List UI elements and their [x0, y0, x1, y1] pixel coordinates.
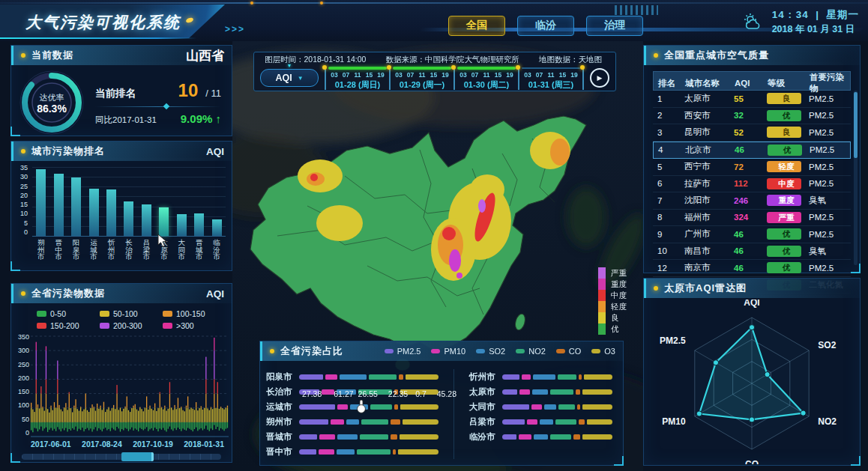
bar-segment-PM2.5[interactable] — [502, 434, 516, 440]
bar-segment-CO[interactable] — [394, 404, 398, 410]
bar-segment-SO2[interactable] — [540, 419, 552, 425]
bar-segment-PM2.5[interactable] — [502, 404, 529, 410]
bar-segment-CO[interactable] — [391, 434, 397, 440]
stacked-bar[interactable] — [299, 434, 438, 440]
table-row[interactable]: 9广州市46优PM2.5 — [653, 226, 851, 243]
timeline-day[interactable]: 030711151901-28 (周日) — [325, 66, 389, 90]
table-row[interactable]: 5西宁市72轻度PM2.5 — [653, 159, 851, 176]
aqi-bar[interactable] — [54, 174, 64, 236]
bar-segment-O3[interactable] — [587, 419, 612, 425]
bar-segment-O3[interactable] — [406, 374, 438, 380]
bar-segment-SO2[interactable] — [533, 374, 555, 380]
timeline-day[interactable]: 030711151901-31 (周三) — [518, 66, 582, 90]
stacked-bar[interactable] — [299, 404, 438, 410]
stacked-bar[interactable] — [502, 389, 612, 395]
bar-segment-CO[interactable] — [579, 374, 582, 380]
bar-segment-SO2[interactable] — [340, 374, 367, 380]
bar-segment-CO[interactable] — [393, 449, 395, 455]
aqi-bar[interactable] — [159, 207, 169, 236]
stacked-bar[interactable] — [299, 449, 438, 455]
table-row[interactable]: 12南京市46优PM2.5 — [653, 260, 851, 277]
stacked-bar[interactable] — [502, 434, 612, 440]
bar-segment-NO2[interactable] — [370, 404, 392, 410]
bar-segment-PM2.5[interactable] — [502, 374, 519, 380]
scrollbar-handle[interactable] — [121, 452, 154, 461]
table-row[interactable]: 2西安市32优PM2.5 — [653, 108, 851, 125]
tab-linfen[interactable]: 临汾 — [517, 16, 574, 36]
bar-segment-O3[interactable] — [582, 404, 612, 410]
bar-segment-PM2.5[interactable] — [299, 434, 317, 440]
bar-segment-PM10[interactable] — [331, 419, 344, 425]
aqi-bar[interactable] — [89, 189, 99, 236]
bar-segment-PM2.5[interactable] — [502, 389, 517, 395]
timeline-day[interactable]: 030711151901-29 (周一) — [389, 66, 453, 90]
aqi-bar[interactable] — [71, 177, 81, 236]
tab-governance[interactable]: 治理 — [586, 16, 643, 36]
bar-segment-PM2.5[interactable] — [299, 449, 316, 455]
table-row[interactable]: 8福州市324严重PM2.5 — [653, 210, 851, 227]
bar-segment-SO2[interactable] — [534, 434, 548, 440]
bar-segment-NO2[interactable] — [357, 449, 391, 455]
aqi-bar[interactable] — [36, 169, 46, 236]
table-row[interactable]: 6拉萨市112中度PM2.5 — [653, 176, 851, 193]
bar-segment-CO[interactable] — [579, 419, 584, 425]
bar-segment-NO2[interactable] — [558, 374, 577, 380]
aqi-bar[interactable] — [177, 214, 187, 236]
table-scrollbar[interactable] — [854, 91, 858, 265]
stacked-bar[interactable] — [299, 374, 438, 380]
bar-segment-PM10[interactable] — [522, 374, 531, 380]
metric-dropdown[interactable]: ▼ AQI ▼ — [260, 69, 319, 87]
timeline-day[interactable]: 030711151901-30 (周二) — [453, 66, 518, 90]
bar-segment-SO2[interactable] — [350, 404, 368, 410]
bar-segment-PM10[interactable] — [319, 434, 335, 440]
aqi-bar[interactable] — [142, 204, 151, 236]
bar-segment-O3[interactable] — [403, 419, 438, 425]
bar-segment-NO2[interactable] — [361, 419, 389, 425]
tab-national[interactable]: 全国 — [448, 16, 505, 36]
stacked-bar[interactable] — [502, 374, 612, 380]
bar-segment-SO2[interactable] — [337, 434, 357, 440]
aqi-bar[interactable] — [106, 189, 116, 236]
bar-segment-SO2[interactable] — [337, 449, 355, 455]
bar-segment-O3[interactable] — [400, 434, 438, 440]
aqi-bar[interactable] — [212, 219, 222, 236]
bar-segment-PM10[interactable] — [337, 404, 348, 410]
stacked-bar[interactable] — [502, 419, 612, 425]
bar-segment-O3[interactable] — [400, 404, 438, 410]
bar-segment-CO[interactable] — [577, 404, 580, 410]
bar-segment-NO2[interactable] — [558, 404, 575, 410]
bar-segment-PM10[interactable] — [527, 419, 537, 425]
play-button[interactable]: ▶ — [590, 68, 609, 88]
aqi-bar[interactable] — [194, 213, 204, 236]
bar-segment-PM10[interactable] — [519, 389, 530, 395]
stacked-bar[interactable] — [299, 419, 438, 425]
bar-segment-O3[interactable] — [582, 434, 612, 440]
bar-segment-NO2[interactable] — [369, 374, 397, 380]
bar-segment-CO[interactable] — [391, 419, 400, 425]
bar-segment-O3[interactable] — [398, 449, 438, 455]
table-row[interactable]: 10南昌市46优臭氧 — [653, 243, 851, 261]
bar-segment-SO2[interactable] — [544, 404, 556, 410]
stacked-bar[interactable] — [502, 404, 612, 410]
bar-segment-CO[interactable] — [573, 434, 580, 440]
bar-segment-CO[interactable] — [399, 374, 403, 380]
bar-segment-SO2[interactable] — [346, 419, 359, 425]
bar-segment-PM2.5[interactable] — [502, 419, 525, 425]
bar-segment-NO2[interactable] — [550, 434, 572, 440]
time-range-scrollbar[interactable] — [22, 454, 221, 460]
aqi-bar[interactable] — [124, 201, 133, 236]
bar-segment-NO2[interactable] — [360, 434, 388, 440]
bar-segment-PM10[interactable] — [519, 434, 531, 440]
bar-segment-O3[interactable] — [584, 374, 612, 380]
bar-segment-PM2.5[interactable] — [299, 419, 328, 425]
bar-segment-NO2[interactable] — [555, 419, 577, 425]
table-row[interactable]: 3昆明市52良PM2.5 — [653, 124, 851, 142]
bar-segment-PM10[interactable] — [325, 374, 337, 380]
timeline[interactable]: 030711151901-28 (周日)030711151901-29 (周一)… — [325, 66, 584, 90]
bar-segment-PM2.5[interactable] — [299, 404, 335, 410]
table-row[interactable]: 7沈阳市246重度臭氧 — [653, 192, 851, 210]
bar-segment-SO2[interactable] — [532, 389, 547, 395]
bar-segment-CO[interactable] — [576, 389, 580, 395]
bar-segment-NO2[interactable] — [550, 389, 574, 395]
scrollbar-handle[interactable] — [854, 92, 858, 158]
